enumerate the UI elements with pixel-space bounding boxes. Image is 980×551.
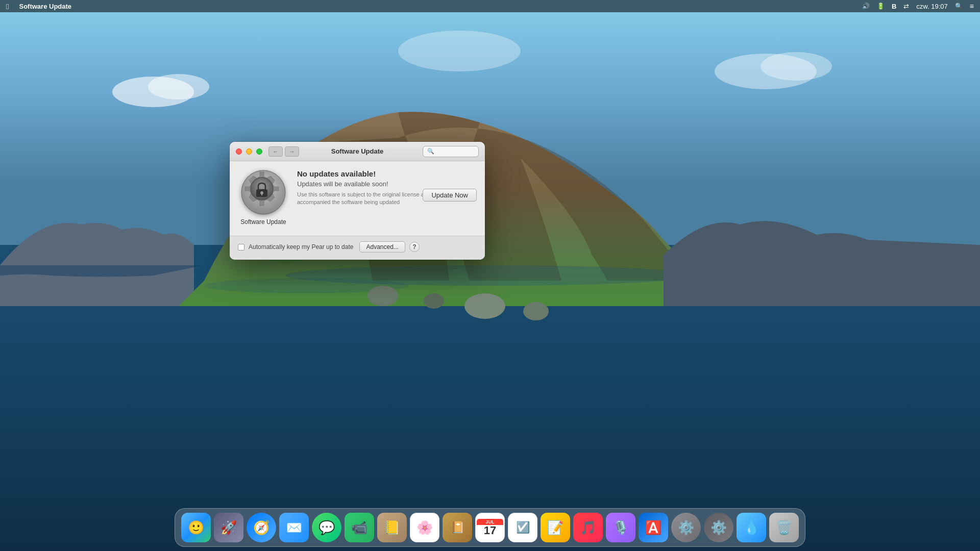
window-bottom-bar: Automatically keep my Pear up to date Ad… xyxy=(230,236,485,260)
search-icon: 🔍 xyxy=(427,148,434,155)
dock-item-stickies[interactable]: 📝 xyxy=(541,513,570,542)
update-icon-area: Software Update xyxy=(238,169,289,226)
dock-item-music[interactable]: 🎵 xyxy=(573,513,603,542)
dock-item-system-update[interactable]: ⚙️ xyxy=(704,513,733,542)
spotlight-icon[interactable]: 🔍 xyxy=(955,3,963,10)
software-update-window: ← → Software Update 🔍 xyxy=(230,142,485,260)
auto-update-label: Automatically keep my Pear up to date xyxy=(249,243,353,251)
dock-item-facetime[interactable]: 📹 xyxy=(345,513,374,542)
icon-label: Software Update xyxy=(240,218,286,226)
window-minimize-button[interactable] xyxy=(246,148,252,155)
window-title: Software Update xyxy=(331,147,384,155)
dock-item-appstore[interactable]: 🅰️ xyxy=(639,513,668,542)
dock-item-airdrop[interactable]: 💧 xyxy=(737,513,766,542)
dock-item-notes[interactable]: 📒 xyxy=(377,513,407,542)
help-button[interactable]: ? xyxy=(409,242,420,252)
software-update-icon xyxy=(240,169,286,215)
menubar-right: 🔊 🔋 B ⇄ czw. 19:07 🔍 ≡ xyxy=(862,2,974,10)
dock-item-messages[interactable]: 💬 xyxy=(312,513,341,542)
window-maximize-button[interactable] xyxy=(256,148,262,155)
forward-button[interactable]: → xyxy=(285,146,299,157)
dock-item-photos[interactable]: 🌸 xyxy=(410,513,439,542)
dock-item-podcasts[interactable]: 🎙️ xyxy=(606,513,635,542)
dock-item-calendar[interactable]: JUL 17 xyxy=(475,513,505,542)
menubar-datetime: czw. 19:07 xyxy=(916,3,947,10)
svg-point-6 xyxy=(464,293,505,319)
dock-item-safari[interactable]: 🧭 xyxy=(247,513,276,542)
window-titlebar: ← → Software Update 🔍 xyxy=(230,142,485,161)
advanced-button[interactable]: Advanced... xyxy=(359,241,405,253)
svg-point-11 xyxy=(761,52,832,81)
window-search-bar[interactable]: 🔍 xyxy=(423,146,479,157)
dock-item-mail[interactable]: ✉️ xyxy=(279,513,309,542)
update-now-button[interactable]: Update Now xyxy=(423,189,477,202)
update-title: No updates available! xyxy=(297,169,477,178)
svg-point-12 xyxy=(398,31,521,71)
menubar-left:  Software Update xyxy=(6,2,71,11)
arrows-icon: ⇄ xyxy=(903,3,909,10)
dock-item-launchpad[interactable]: 🚀 xyxy=(214,513,243,542)
desktop:  Software Update 🔊 🔋 B ⇄ czw. 19:07 🔍 ≡… xyxy=(0,0,980,551)
volume-icon: 🔊 xyxy=(862,3,870,10)
dock: 🙂 🚀 🧭 ✉️ 💬 📹 📒 🌸 📔 xyxy=(175,508,805,547)
window-controls xyxy=(236,148,262,155)
svg-point-4 xyxy=(368,286,398,306)
dock-item-system-preferences[interactable]: ⚙️ xyxy=(671,513,701,542)
dock-item-notebook[interactable]: 📔 xyxy=(443,513,472,542)
svg-point-9 xyxy=(148,74,209,99)
battery-icon: 🔋 xyxy=(877,3,885,10)
dock-item-trash[interactable]: 🗑️ xyxy=(769,513,799,542)
update-subtitle: Updates will be available soon! xyxy=(297,180,477,188)
window-close-button[interactable] xyxy=(236,148,242,155)
svg-point-5 xyxy=(424,293,444,309)
back-button[interactable]: ← xyxy=(268,146,283,157)
dock-item-finder[interactable]: 🙂 xyxy=(181,513,211,542)
menubar-app-name[interactable]: Software Update xyxy=(19,3,71,10)
auto-update-checkbox[interactable] xyxy=(238,244,244,251)
dock-item-reminders[interactable]: ☑️ xyxy=(508,513,537,542)
apple-menu-icon[interactable]:  xyxy=(6,2,9,11)
menubar:  Software Update 🔊 🔋 B ⇄ czw. 19:07 🔍 ≡ xyxy=(0,0,980,12)
nav-buttons: ← → xyxy=(268,146,299,157)
window-body: Software Update No updates available! Up… xyxy=(230,161,485,236)
bluetooth-icon: B xyxy=(892,3,896,10)
notification-icon[interactable]: ≡ xyxy=(970,2,974,10)
svg-point-7 xyxy=(523,302,549,320)
